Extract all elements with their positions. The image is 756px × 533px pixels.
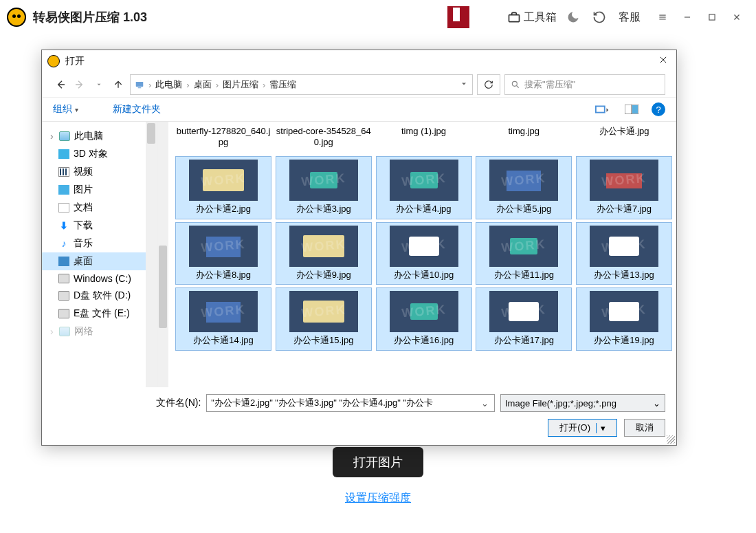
sidebar-item-pc[interactable]: ›此电脑 xyxy=(42,127,157,145)
file-label: 办公卡通3.jpg xyxy=(295,201,353,219)
file-item[interactable]: 办公卡通7.jpg xyxy=(576,156,672,219)
app-logo-icon xyxy=(7,8,26,27)
file-item[interactable]: 办公卡通.jpg xyxy=(576,126,672,153)
compression-settings-link[interactable]: 设置压缩强度 xyxy=(345,491,411,505)
breadcrumb-item[interactable]: 图片压缩 xyxy=(223,78,258,91)
sidebar-item-3d[interactable]: 3D 对象 xyxy=(42,145,157,163)
file-item[interactable]: 办公卡通3.jpg xyxy=(276,156,372,219)
file-item[interactable]: timg.jpg xyxy=(476,126,572,153)
toolbox-button[interactable]: 工具箱 xyxy=(507,10,557,25)
open-button[interactable]: 打开(O) ▾ xyxy=(548,419,617,437)
filetype-select[interactable]: Image File(*.jpg;*.jpeg;*.png ⌄ xyxy=(500,394,665,412)
chevron-right-icon: › xyxy=(263,80,265,90)
svg-rect-15 xyxy=(597,107,604,111)
breadcrumb-item[interactable]: 需压缩 xyxy=(269,78,296,91)
file-item[interactable]: 办公卡通2.jpg xyxy=(175,156,271,219)
nav-up-button[interactable] xyxy=(111,77,126,92)
filename-history-dropdown[interactable]: ⌄ xyxy=(479,398,490,409)
breadcrumb-item[interactable]: 桌面 xyxy=(194,78,212,91)
user-avatar-icon[interactable] xyxy=(447,6,469,28)
file-item[interactable]: 办公卡通13.jpg xyxy=(576,222,672,285)
sidebar-item-label: 3D 对象 xyxy=(74,148,108,160)
nav-forward-button[interactable] xyxy=(72,77,87,92)
sidebar: ›此电脑3D 对象视频图片文档⬇下载♪音乐桌面Windows (C:)D盘 软件… xyxy=(42,122,157,387)
breadcrumb-dropdown[interactable] xyxy=(460,80,468,90)
dialog-close-button[interactable] xyxy=(656,52,671,70)
breadcrumb[interactable]: › 此电脑 › 桌面 › 图片压缩 › 需压缩 xyxy=(130,74,473,95)
minimize-button[interactable] xyxy=(675,5,700,30)
maximize-button[interactable] xyxy=(700,5,724,30)
breadcrumb-item[interactable]: 此电脑 xyxy=(155,78,182,91)
file-item[interactable]: 办公卡通11.jpg xyxy=(476,222,572,285)
sidebar-item-doc[interactable]: 文档 xyxy=(42,199,157,217)
theme-button[interactable] xyxy=(566,10,583,24)
sidebar-item-music[interactable]: ♪音乐 xyxy=(42,235,157,252)
file-thumbnail xyxy=(489,226,558,267)
support-label: 客服 xyxy=(619,10,641,25)
organize-menu[interactable]: 组织▾ xyxy=(53,103,78,116)
sidebar-item-drive[interactable]: E盘 文件 (E:) xyxy=(42,305,157,323)
refresh-icon xyxy=(592,10,606,24)
sidebar-item-drive[interactable]: D盘 软件 (D:) xyxy=(42,287,157,305)
dialog-nav: › 此电脑 › 桌面 › 图片压缩 › 需压缩 搜索"需压缩" xyxy=(42,72,676,97)
file-thumbnail xyxy=(489,291,558,332)
file-item[interactable]: 办公卡通10.jpg xyxy=(376,222,472,285)
file-open-dialog: 打开 › 此电脑 › 桌面 › 图片压缩 › 需压缩 xyxy=(41,50,677,446)
file-item[interactable]: striped-core-354528_640.jpg xyxy=(276,126,372,153)
sidebar-item-net[interactable]: ›网络 xyxy=(42,323,157,340)
new-folder-button[interactable]: 新建文件夹 xyxy=(113,103,161,116)
dialog-footer: 文件名(N): "办公卡通2.jpg" "办公卡通3.jpg" "办公卡通4.j… xyxy=(42,387,676,445)
sidebar-item-video[interactable]: 视频 xyxy=(42,163,157,181)
file-item[interactable]: 办公卡通19.jpg xyxy=(576,287,672,351)
file-label: timg.jpg xyxy=(508,126,540,137)
file-item[interactable]: 办公卡通15.jpg xyxy=(276,287,372,351)
file-item[interactable]: 办公卡通4.jpg xyxy=(376,156,472,219)
filename-input[interactable]: "办公卡通2.jpg" "办公卡通3.jpg" "办公卡通4.jpg" "办公卡… xyxy=(206,394,495,412)
file-thumbnail xyxy=(289,160,358,201)
sidebar-item-drive[interactable]: Windows (C:) xyxy=(42,270,157,287)
file-item[interactable]: 办公卡通14.jpg xyxy=(175,287,271,351)
nav-back-button[interactable] xyxy=(53,77,68,92)
file-item[interactable]: 办公卡通16.jpg xyxy=(376,287,472,351)
search-input[interactable]: 搜索"需压缩" xyxy=(504,74,665,95)
file-item[interactable]: 办公卡通8.jpg xyxy=(175,222,271,285)
preview-pane-button[interactable] xyxy=(623,102,641,116)
open-dropdown-icon[interactable]: ▾ xyxy=(596,423,605,433)
open-image-button[interactable]: 打开图片 xyxy=(333,447,423,477)
sidebar-scrollbar[interactable] xyxy=(146,122,157,387)
sidebar-item-label: Windows (C:) xyxy=(74,273,131,284)
content-scrollbar[interactable] xyxy=(157,122,168,387)
app-titlebar: 转易侠图片压缩 1.03 工具箱 客服 xyxy=(0,0,756,34)
file-item[interactable]: 办公卡通5.jpg xyxy=(476,156,572,219)
nav-refresh-button[interactable] xyxy=(477,74,500,95)
cancel-button[interactable]: 取消 xyxy=(624,419,665,437)
chevron-right-icon: › xyxy=(148,80,151,90)
file-label: 办公卡通2.jpg xyxy=(194,201,252,219)
resize-grip[interactable] xyxy=(667,435,675,444)
sidebar-item-label: E盘 文件 (E:) xyxy=(74,307,130,320)
file-thumbnail xyxy=(390,160,458,201)
nav-recent-button[interactable] xyxy=(91,77,107,92)
file-item[interactable]: timg (1).jpg xyxy=(376,126,472,153)
dialog-toolbar: 组织▾ 新建文件夹 ? xyxy=(42,97,676,122)
support-button[interactable]: 客服 xyxy=(619,10,641,25)
file-label: 办公卡通19.jpg xyxy=(592,332,655,350)
dialog-body: ›此电脑3D 对象视频图片文档⬇下载♪音乐桌面Windows (C:)D盘 软件… xyxy=(42,122,676,387)
file-item[interactable]: 办公卡通9.jpg xyxy=(276,222,372,285)
close-button[interactable] xyxy=(724,5,749,30)
sidebar-item-pic[interactable]: 图片 xyxy=(42,181,157,199)
file-item[interactable]: 办公卡通17.jpg xyxy=(476,287,572,351)
menu-button[interactable] xyxy=(650,5,675,30)
refresh-button[interactable] xyxy=(592,10,609,24)
dialog-logo-icon xyxy=(47,55,60,67)
help-button[interactable]: ? xyxy=(652,102,665,116)
sidebar-item-desk[interactable]: 桌面 xyxy=(42,252,157,270)
file-label: 办公卡通11.jpg xyxy=(493,267,555,285)
file-item[interactable]: butterfly-1278820_640.jpg xyxy=(175,126,271,153)
search-placeholder: 搜索"需压缩" xyxy=(524,78,575,91)
view-mode-button[interactable] xyxy=(594,102,612,116)
sidebar-item-label: D盘 软件 (D:) xyxy=(74,290,131,302)
sidebar-item-dl[interactable]: ⬇下载 xyxy=(42,217,157,235)
toolbox-label: 工具箱 xyxy=(524,10,557,25)
file-thumbnail xyxy=(289,226,358,267)
